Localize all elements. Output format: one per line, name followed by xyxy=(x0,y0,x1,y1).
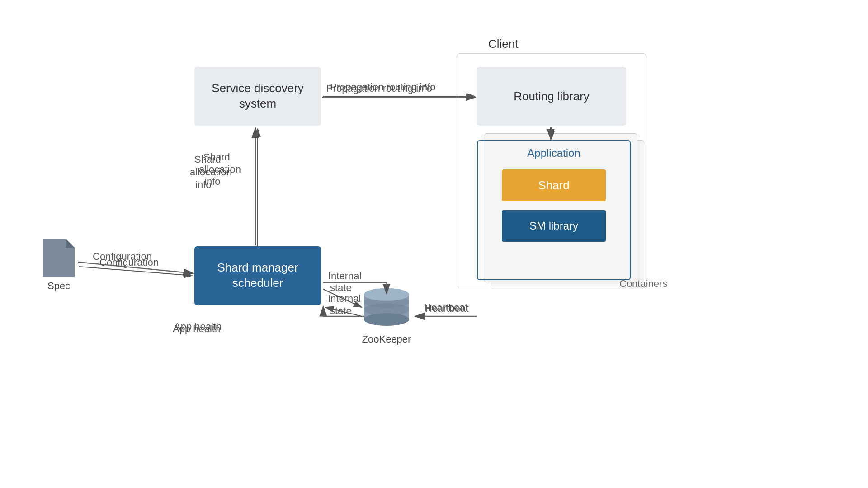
svg-text:state: state xyxy=(330,282,352,293)
svg-text:info: info xyxy=(195,179,211,190)
svg-text:info: info xyxy=(204,176,220,187)
svg-line-22 xyxy=(326,307,362,316)
svg-text:App health: App health xyxy=(174,321,222,332)
zookeeper-label: ZooKeeper xyxy=(362,333,411,345)
svg-line-19 xyxy=(323,289,362,307)
svg-text:App health: App health xyxy=(173,323,220,334)
spec-label: Spec xyxy=(43,280,75,292)
svg-text:Heartbeat: Heartbeat xyxy=(425,303,469,314)
application-label: Application xyxy=(477,147,631,160)
svg-text:Heartbeat: Heartbeat xyxy=(424,302,468,313)
svg-text:Propagation routing info: Propagation routing info xyxy=(330,81,436,93)
shard-box: Shard xyxy=(502,169,606,201)
svg-line-10 xyxy=(79,267,192,276)
svg-text:state: state xyxy=(330,305,352,316)
svg-text:Propagation routing info: Propagation routing info xyxy=(326,83,432,94)
spec-icon xyxy=(43,239,75,277)
svg-text:Internal: Internal xyxy=(328,293,361,304)
svg-text:Configuration: Configuration xyxy=(93,251,152,262)
svg-text:allocation: allocation xyxy=(199,164,241,175)
shard-manager-box: Shard manager scheduler xyxy=(194,246,321,305)
svg-point-6 xyxy=(364,303,409,316)
svg-line-27 xyxy=(78,262,193,273)
routing-library-box: Routing library xyxy=(477,67,626,126)
service-discovery-box: Service discovery system xyxy=(194,67,321,126)
svg-point-7 xyxy=(364,288,409,301)
arrows-svg: Configuration Shard allocation info Prop… xyxy=(0,0,868,488)
svg-text:allocation: allocation xyxy=(190,166,232,178)
containers-label: Containers xyxy=(619,278,667,290)
svg-text:Shard: Shard xyxy=(203,151,230,163)
svg-marker-1 xyxy=(66,239,75,248)
client-label: Client xyxy=(488,37,518,51)
sm-library-box: SM library xyxy=(502,210,606,242)
svg-text:Configuration: Configuration xyxy=(99,257,159,268)
svg-text:Internal: Internal xyxy=(328,270,361,282)
svg-text:Shard: Shard xyxy=(194,154,221,165)
arrows-precise: Configuration Shard allocation info Prop… xyxy=(0,0,868,488)
diagram-container: Client Routing library Application Shard… xyxy=(0,0,868,488)
zookeeper-icon xyxy=(362,285,411,330)
zookeeper-container: ZooKeeper xyxy=(362,285,411,345)
